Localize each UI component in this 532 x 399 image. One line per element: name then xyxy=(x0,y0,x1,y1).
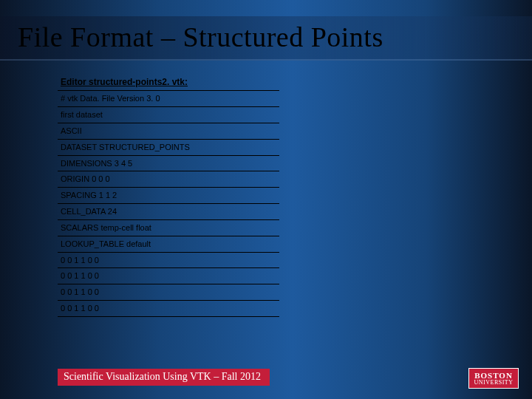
boston-university-logo: BOSTON UNIVERSITY xyxy=(468,368,519,389)
file-line: CELL_DATA 24 xyxy=(58,204,279,220)
file-line: first dataset xyxy=(58,107,279,123)
logo-line2: UNIVERSITY xyxy=(474,380,514,386)
file-line: DIMENSIONS 3 4 5 xyxy=(58,155,279,171)
file-line: SPACING 1 1 2 xyxy=(58,188,279,204)
file-line: # vtk Data. File Version 3. 0 xyxy=(58,91,279,107)
file-line: DATASET STRUCTURED_POINTS xyxy=(58,139,279,155)
file-table: Editor structured-points2. vtk: # vtk Da… xyxy=(58,74,279,317)
footer-label: Scientific Visualization Using VTK – Fal… xyxy=(58,369,270,386)
title-bar: File Format – Structured Points xyxy=(0,16,532,61)
file-line: 0 0 1 1 0 0 xyxy=(58,284,279,301)
file-line: 0 0 1 1 0 0 xyxy=(58,301,279,317)
file-line: SCALARS temp-cell float xyxy=(58,219,279,236)
file-line: 0 0 1 1 0 0 xyxy=(58,252,279,268)
file-line: ASCII xyxy=(58,123,279,139)
file-header: Editor structured-points2. vtk: xyxy=(58,74,279,91)
file-line: 0 0 1 1 0 0 xyxy=(58,268,279,284)
file-content-block: Editor structured-points2. vtk: # vtk Da… xyxy=(58,74,279,317)
logo-line1: BOSTON xyxy=(474,372,513,380)
page-title: File Format – Structured Points xyxy=(18,21,514,53)
file-line: ORIGIN 0 0 0 xyxy=(58,171,279,188)
footer: Scientific Visualization Using VTK – Fal… xyxy=(58,369,270,386)
file-line: LOOKUP_TABLE default xyxy=(58,236,279,252)
